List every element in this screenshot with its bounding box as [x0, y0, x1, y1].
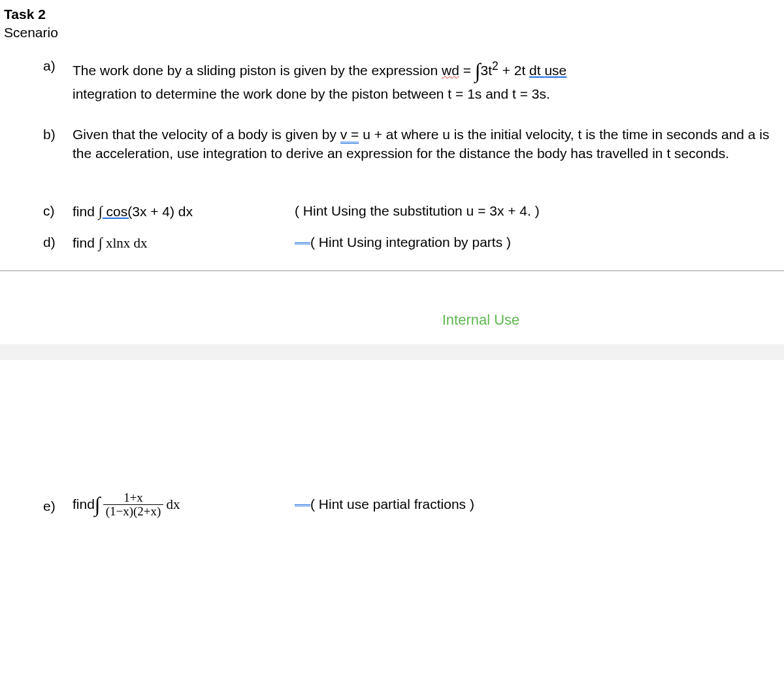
expression: find ∫ 1+x (1−x)(2+x) dx — [73, 491, 295, 519]
hint: ( Hint Using the substitution u = 3x + 4… — [295, 202, 772, 220]
watermark: Internal Use — [4, 310, 784, 330]
expression: find ∫ cos(3x + 4) dx — [73, 202, 295, 221]
text: find — [73, 204, 99, 219]
text: The work done by a sliding piston is giv… — [73, 63, 442, 78]
text: Hint use partial fractions ) — [315, 496, 474, 511]
hint: ( Hint use partial fractions ) — [295, 495, 772, 513]
text: integration to determine the work done b… — [73, 86, 550, 101]
text: dx — [166, 495, 180, 513]
text: = — [459, 63, 475, 78]
question-list-continued: e) find ∫ 1+x (1−x)(2+x) dx ( Hint use p… — [4, 491, 784, 519]
text-underlined: cos( — [103, 204, 133, 219]
numerator: 1+x — [103, 491, 164, 504]
question-e: e) find ∫ 1+x (1−x)(2+x) dx ( Hint use p… — [43, 491, 784, 519]
text: 3t — [481, 63, 493, 78]
hint: ( Hint Using integration by parts ) — [295, 233, 772, 252]
double-underline-mark — [295, 504, 310, 506]
expression: find ∫ xlnx dx — [73, 233, 295, 253]
question-body: find ∫ 1+x (1−x)(2+x) dx ( Hint use part… — [73, 491, 784, 519]
denominator: (1−x)(2+x) — [103, 504, 164, 518]
question-label: d) — [43, 233, 73, 253]
double-underline-mark — [295, 242, 310, 244]
text: 3x + 4) dx — [132, 204, 193, 219]
question-c: c) find ∫ cos(3x + 4) dx ( Hint Using th… — [43, 202, 784, 221]
text-underlined: dt — [529, 63, 544, 78]
question-label: b) — [43, 125, 73, 163]
task-subtitle: Scenario — [4, 24, 784, 42]
text-wavy: wd — [442, 63, 459, 78]
page-gap — [0, 344, 784, 360]
text: find — [73, 235, 99, 250]
question-label: e) — [43, 491, 73, 519]
question-body: Given that the velocity of a body is giv… — [73, 125, 784, 163]
text-double-underline: v = — [340, 127, 359, 144]
integral-icon: ∫ — [475, 59, 481, 82]
text: find — [73, 495, 95, 513]
text: + 2t — [498, 63, 529, 78]
question-d: d) find ∫ xlnx dx ( Hint Using integrati… — [43, 233, 784, 253]
text: ( — [310, 235, 315, 250]
integral-icon: ∫ — [95, 491, 101, 519]
question-list: a) The work done by a sliding piston is … — [4, 57, 784, 253]
text: Given that the velocity of a body is giv… — [73, 127, 340, 142]
text: xlnx dx — [103, 235, 148, 251]
question-body: find ∫ xlnx dx ( Hint Using integration … — [73, 233, 784, 253]
text-underlined: use — [544, 63, 566, 78]
text: ( — [310, 496, 315, 511]
question-body: find ∫ cos(3x + 4) dx ( Hint Using the s… — [73, 202, 784, 221]
question-body: The work done by a sliding piston is giv… — [73, 57, 784, 104]
fraction: 1+x (1−x)(2+x) — [103, 491, 164, 518]
task-title: Task 2 — [4, 5, 784, 24]
question-a: a) The work done by a sliding piston is … — [43, 57, 784, 104]
task-header: Task 2 Scenario — [4, 5, 784, 42]
text: Hint Using integration by parts ) — [315, 235, 511, 250]
text: ( Hint Using the substitution u = 3x + 4… — [295, 203, 540, 218]
question-label: a) — [43, 57, 73, 104]
question-b: b) Given that the velocity of a body is … — [43, 125, 784, 163]
superscript: 2 — [492, 59, 498, 73]
question-label: c) — [43, 202, 73, 221]
page-divider — [0, 270, 784, 271]
